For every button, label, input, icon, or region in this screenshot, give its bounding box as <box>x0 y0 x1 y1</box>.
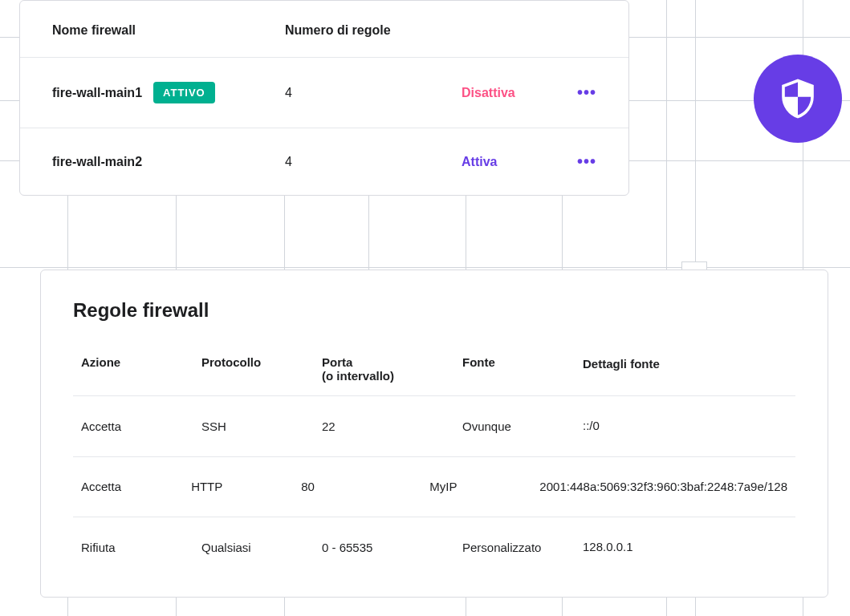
status-badge-active: ATTIVO <box>153 82 215 103</box>
firewall-name: fire-wall-main2 <box>52 155 142 169</box>
header-rule-count: Numero di regole <box>285 23 462 38</box>
header-firewall-name: Nome firewall <box>52 23 285 38</box>
rule-port: 80 <box>301 480 429 493</box>
disable-firewall-link[interactable]: Disattiva <box>462 86 566 100</box>
firewall-row: fire-wall-main2 4 Attiva ••• <box>20 128 628 195</box>
firewall-rules-panel: Regole firewall Azione Protocollo Porta … <box>40 270 828 598</box>
rule-action: Rifiuta <box>81 541 201 554</box>
rule-row: Accetta HTTP 80 MyIP 2001:448a:5069:32f3… <box>73 457 795 518</box>
rule-source-details: 2001:448a:5069:32f3:960:3baf:2248:7a9e/1… <box>539 478 787 496</box>
rule-port: 22 <box>322 419 462 433</box>
enable-firewall-link[interactable]: Attiva <box>462 155 566 169</box>
more-menu-icon[interactable]: ••• <box>566 152 596 171</box>
rule-action: Accetta <box>81 480 191 493</box>
firewall-name: fire-wall-main1 <box>52 86 142 100</box>
rule-row: Accetta SSH 22 Ovunque ::/0 <box>73 396 795 457</box>
rule-source: Ovunque <box>462 419 583 433</box>
firewall-table-header: Nome firewall Numero di regole <box>20 1 628 57</box>
firewall-list-panel: Nome firewall Numero di regole fire-wall… <box>19 0 629 196</box>
header-port: Porta (o intervallo) <box>322 355 462 383</box>
rules-table: Azione Protocollo Porta (o intervallo) F… <box>73 344 795 565</box>
rules-panel-title: Regole firewall <box>73 299 795 322</box>
rule-source: Personalizzato <box>462 541 583 554</box>
rule-row: Rifiuta Qualsiasi 0 - 65535 Personalizza… <box>73 517 795 565</box>
rule-source-details: 128.0.0.1 <box>583 538 787 557</box>
rule-port: 0 - 65535 <box>322 541 462 554</box>
header-action: Azione <box>81 355 201 383</box>
rule-source: MyIP <box>429 480 539 493</box>
header-source: Fonte <box>462 355 583 383</box>
firewall-rule-count: 4 <box>285 86 462 100</box>
rule-protocol: Qualsiasi <box>201 541 322 554</box>
rule-source-details: ::/0 <box>583 417 787 436</box>
header-protocol: Protocollo <box>201 355 322 383</box>
security-badge-icon <box>754 55 842 143</box>
firewall-rule-count: 4 <box>285 155 462 169</box>
grid-line <box>0 267 850 268</box>
rule-action: Accetta <box>81 419 201 433</box>
firewall-row: fire-wall-main1 ATTIVO 4 Disattiva ••• <box>20 57 628 128</box>
rule-protocol: SSH <box>201 419 322 433</box>
rule-protocol: HTTP <box>191 480 301 493</box>
header-source-details: Dettagli fonte <box>583 355 787 383</box>
rules-table-header: Azione Protocollo Porta (o intervallo) F… <box>73 344 795 396</box>
more-menu-icon[interactable]: ••• <box>566 83 596 102</box>
